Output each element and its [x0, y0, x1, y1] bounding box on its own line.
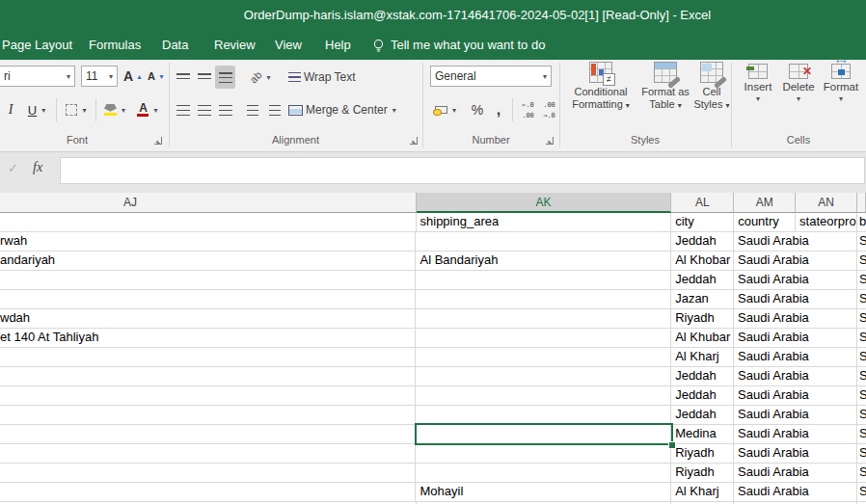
- grid-cell-ak[interactable]: [416, 444, 671, 463]
- grid-cell-ak[interactable]: [416, 290, 671, 308]
- tab-view[interactable]: View: [275, 31, 302, 60]
- insert-function-icon[interactable]: fx: [33, 160, 42, 175]
- grid-cell-aj[interactable]: [0, 386, 416, 405]
- tab-help[interactable]: Help: [325, 31, 351, 60]
- grid-cell-am[interactable]: Saudi Arabia: [734, 329, 796, 347]
- grid-cell-am[interactable]: Saudi Arabia: [734, 367, 796, 385]
- chevron-down-icon[interactable]: ▾: [63, 72, 74, 81]
- grid-cell-ao[interactable]: S: [857, 348, 866, 366]
- grid-cell-an[interactable]: [796, 367, 857, 385]
- align-left-button[interactable]: [173, 98, 193, 121]
- grid-cell-an[interactable]: [796, 464, 857, 482]
- chevron-down-icon[interactable]: ▾: [105, 72, 117, 81]
- tab-review[interactable]: Review: [214, 31, 256, 60]
- grid-cell-al[interactable]: Al Kharj: [671, 483, 734, 501]
- column-header-ao[interactable]: [857, 193, 866, 213]
- grid-cell-am[interactable]: Saudi Arabia: [734, 252, 796, 270]
- comma-style-button[interactable]: ,: [490, 98, 507, 121]
- grid-cell-ak[interactable]: [416, 386, 671, 405]
- orientation-button[interactable]: ab: [242, 66, 279, 89]
- percent-style-button[interactable]: %: [467, 98, 488, 121]
- tell-me-box[interactable]: Tell me what you want to do: [372, 31, 545, 60]
- grid-cell-aj[interactable]: [0, 406, 416, 424]
- grid-cell-ak[interactable]: Mohayil: [416, 483, 671, 501]
- enter-check-icon[interactable]: ✓: [8, 161, 18, 175]
- increase-decimal-button[interactable]: ←.0 .00: [518, 98, 538, 121]
- grid-cell-ak[interactable]: [416, 406, 671, 424]
- font-dialog-launcher[interactable]: [154, 137, 162, 145]
- grid-cell-an[interactable]: stateorpro: [796, 213, 857, 231]
- top-align-button[interactable]: [173, 66, 193, 89]
- grid-cell-am[interactable]: Saudi Arabia: [734, 309, 796, 328]
- tab-page-layout[interactable]: Page Layout: [2, 31, 72, 60]
- font-size-combobox[interactable]: 11 ▾: [81, 66, 118, 87]
- merge-center-button[interactable]: Merge & Center: [288, 98, 421, 121]
- grid-cell-am[interactable]: Saudi Arabia: [734, 425, 796, 443]
- decrease-indent-button[interactable]: [242, 98, 262, 121]
- grid-cell-al[interactable]: Al Khubar: [671, 329, 734, 347]
- middle-align-button[interactable]: [194, 66, 214, 89]
- grid-cell-ao[interactable]: S: [857, 406, 866, 424]
- grid-cell-an[interactable]: [796, 271, 857, 289]
- grid-cell-al[interactable]: Al Khobar: [671, 252, 734, 270]
- grid-cell-al[interactable]: Riyadh: [671, 464, 734, 482]
- decrease-decimal-button[interactable]: .00 →.0: [539, 98, 559, 121]
- grid-cell-ao[interactable]: S: [857, 290, 866, 308]
- grid-cell-ao[interactable]: S: [857, 425, 866, 443]
- grid-cell-aj[interactable]: [0, 444, 416, 463]
- grid-cell-ao[interactable]: S: [857, 444, 866, 463]
- grid-cell-am[interactable]: Saudi Arabia: [734, 348, 796, 366]
- grid-cell-aj[interactable]: rwah: [0, 232, 416, 251]
- bottom-align-button[interactable]: [215, 66, 235, 89]
- grid-cell-al[interactable]: Riyadh: [671, 309, 734, 328]
- wrap-text-button[interactable]: Wrap Text: [288, 66, 371, 89]
- grid-cell-ao[interactable]: b: [857, 213, 866, 231]
- grid-cell-al[interactable]: Al Kharj: [671, 348, 734, 366]
- underline-button[interactable]: U: [23, 98, 50, 121]
- font-name-combobox[interactable]: ri ▾: [0, 66, 75, 87]
- column-header-ak[interactable]: AK: [417, 193, 672, 213]
- grid-cell-aj[interactable]: et 140 At Tahliyah: [0, 329, 416, 347]
- grid-cell-an[interactable]: [796, 483, 857, 501]
- grid-cell-al[interactable]: city: [671, 213, 734, 231]
- grid-cell-ak[interactable]: [416, 464, 671, 482]
- chevron-down-icon[interactable]: ▾: [539, 72, 551, 81]
- grid-cell-ao[interactable]: S: [857, 483, 866, 501]
- grid-cell-ao[interactable]: S: [857, 464, 866, 482]
- column-header-am[interactable]: AM: [734, 193, 796, 213]
- grid-cell-ak[interactable]: [416, 271, 671, 289]
- grid-cell-aj[interactable]: [0, 290, 416, 308]
- grid-cell-an[interactable]: [796, 252, 857, 270]
- column-header-al[interactable]: AL: [671, 193, 734, 213]
- grid-cell-ao[interactable]: S: [857, 232, 866, 251]
- grid-cell-aj[interactable]: [0, 483, 416, 501]
- grid-cell-an[interactable]: [796, 290, 857, 308]
- grid-cell-am[interactable]: Saudi Arabia: [734, 483, 796, 501]
- grid-cell-am[interactable]: Saudi Arabia: [734, 290, 796, 308]
- grid-cell-aj[interactable]: wdah: [0, 309, 416, 328]
- grid-cell-am[interactable]: Saudi Arabia: [734, 444, 796, 463]
- grid-cell-al[interactable]: Medina: [671, 425, 734, 443]
- grid-cell-aj[interactable]: [0, 425, 416, 443]
- number-dialog-launcher[interactable]: [546, 137, 554, 145]
- grid-cell-am[interactable]: Saudi Arabia: [734, 464, 796, 482]
- grid-cell-aj[interactable]: [0, 464, 416, 482]
- fill-color-button[interactable]: [100, 98, 129, 121]
- grid-cell-al[interactable]: Jeddah: [671, 386, 734, 405]
- grid-cell-ak[interactable]: [416, 329, 671, 347]
- grid-cell-ak[interactable]: [416, 367, 671, 385]
- selected-cell-outline[interactable]: [415, 423, 673, 445]
- grid-cell-am[interactable]: Saudi Arabia: [734, 386, 796, 405]
- grid-cell-an[interactable]: [796, 309, 857, 328]
- font-color-button[interactable]: A: [133, 98, 162, 121]
- grid-cell-al[interactable]: Jeddah: [671, 232, 734, 251]
- tab-formulas[interactable]: Formulas: [89, 31, 141, 60]
- grid-cell-am[interactable]: Saudi Arabia: [734, 271, 796, 289]
- number-format-combobox[interactable]: General ▾: [430, 66, 552, 87]
- grid-cell-an[interactable]: [796, 386, 857, 405]
- grid-cell-an[interactable]: [796, 406, 857, 424]
- grid-cell-al[interactable]: Riyadh: [671, 444, 734, 463]
- grid-cell-ao[interactable]: S: [857, 386, 866, 405]
- formula-input[interactable]: [60, 157, 865, 184]
- grid-cell-an[interactable]: [796, 444, 857, 463]
